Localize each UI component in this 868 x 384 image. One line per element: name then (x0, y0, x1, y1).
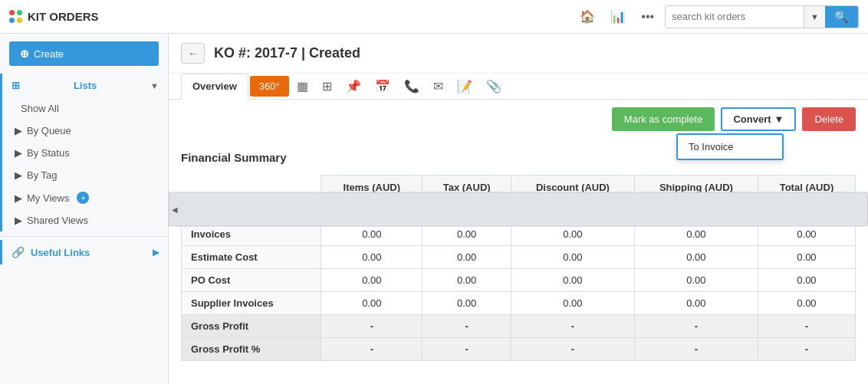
table-row: Supplier Invoices0.000.000.000.000.00 (182, 292, 856, 315)
back-button[interactable]: ← (181, 43, 205, 64)
row-cell: 0.00 (321, 246, 422, 269)
grid-icon: ⊞ (12, 80, 20, 91)
tab-spreadsheet[interactable]: ▦ (291, 74, 314, 98)
tab-overview[interactable]: Overview (181, 74, 248, 100)
convert-button[interactable]: Convert ▼ (721, 107, 796, 131)
row-label: Supplier Invoices (182, 292, 321, 315)
shared-views-label: Shared Views (27, 215, 88, 226)
lists-label: Lists (74, 80, 97, 91)
row-cell: - (511, 315, 634, 338)
row-cell: 0.00 (321, 223, 422, 246)
by-queue-label: By Queue (27, 125, 71, 136)
row-label: Estimate Cost (182, 246, 321, 269)
tab-attachment[interactable]: 📎 (480, 74, 508, 98)
row-cell: 0.00 (758, 223, 855, 246)
table-row: PO Cost0.000.000.000.000.00 (182, 269, 856, 292)
link-icon: 🔗 (12, 246, 25, 258)
row-cell: - (511, 338, 634, 361)
content-area: ← KO #: 2017-7 | Created Overview 360° ▦… (169, 34, 868, 384)
sidebar-item-by-status[interactable]: ▶ By Status (2, 142, 168, 164)
chevron-right-icon-views: ▶ (15, 192, 22, 204)
sidebar-item-by-queue[interactable]: ▶ By Queue (2, 120, 168, 142)
add-view-icon[interactable]: + (77, 192, 89, 204)
row-label: Invoices (182, 223, 321, 246)
chart-button[interactable]: 📊 (606, 6, 630, 27)
search-go-button[interactable]: 🔍 (825, 5, 858, 28)
row-cell: 0.00 (634, 292, 758, 315)
mark-complete-label: Mark as complete (624, 113, 703, 125)
tab-pin[interactable]: 📌 (340, 74, 367, 98)
convert-label: Convert (733, 113, 771, 125)
row-cell: - (758, 338, 855, 361)
more-button[interactable]: ••• (636, 7, 659, 27)
chevron-right-icon-shared: ▶ (15, 215, 22, 226)
row-cell: 0.00 (758, 269, 855, 292)
tab-360[interactable]: 360° (250, 76, 289, 97)
chevron-right-icon-status: ▶ (15, 147, 22, 159)
chevron-down-icon: ▼ (150, 81, 159, 90)
home-button[interactable]: 🏠 (575, 6, 600, 27)
sidebar-item-show-all[interactable]: Show All (2, 97, 168, 120)
row-cell: 0.00 (511, 292, 634, 315)
show-all-label: Show All (21, 103, 59, 114)
sidebar-useful-links[interactable]: 🔗 Useful Links ▶ (0, 240, 168, 264)
sidebar-divider (0, 236, 168, 237)
tabs-bar: Overview 360° ▦ ⊞ 📌 📅 📞 ✉ 📝 📎 (169, 74, 868, 100)
sidebar-lists-header[interactable]: ⊞ Lists ▼ (2, 74, 168, 97)
row-label: PO Cost (182, 269, 321, 292)
delete-label: Delete (814, 113, 843, 125)
sidebar-collapse-handle[interactable]: ◀ (169, 192, 868, 226)
back-icon: ← (188, 48, 198, 59)
row-cell: - (422, 338, 511, 361)
sidebar: ⊕ Create ⊞ Lists ▼ Show All ▶ By Queue ▶… (0, 34, 169, 384)
search-bar: ▼ 🔍 (665, 5, 859, 28)
create-button[interactable]: ⊕ Create (9, 41, 159, 66)
tab-calendar[interactable]: 📅 (369, 74, 396, 98)
row-cell: 0.00 (758, 246, 855, 269)
row-cell: 0.00 (422, 269, 511, 292)
main-layout: ⊕ Create ⊞ Lists ▼ Show All ▶ By Queue ▶… (0, 34, 868, 384)
tab-note[interactable]: 📝 (451, 74, 478, 98)
search-input[interactable] (666, 11, 804, 22)
page-title: KO #: 2017-7 | Created (214, 45, 360, 61)
sidebar-item-by-tag[interactable]: ▶ By Tag (2, 164, 168, 186)
table-row: Gross Profit----- (182, 315, 856, 338)
tab-phone[interactable]: 📞 (398, 74, 426, 98)
row-cell: - (758, 315, 855, 338)
table-row: Invoices0.000.000.000.000.00 (182, 223, 856, 246)
tab-table[interactable]: ⊞ (316, 74, 338, 98)
sidebar-item-shared-views[interactable]: ▶ Shared Views (2, 209, 168, 231)
row-cell: 0.00 (758, 292, 855, 315)
app-name: KIT ORDERS (28, 10, 99, 23)
tab-email[interactable]: ✉ (427, 74, 449, 98)
row-cell: - (634, 338, 758, 361)
row-cell: - (634, 315, 758, 338)
delete-button[interactable]: Delete (802, 107, 856, 131)
convert-chevron-icon: ▼ (774, 113, 784, 125)
row-cell: 0.00 (634, 269, 758, 292)
row-cell: 0.00 (321, 292, 422, 315)
tab-overview-label: Overview (192, 80, 237, 92)
row-cell: 0.00 (511, 246, 634, 269)
table-row: Estimate Cost0.000.000.000.000.00 (182, 246, 856, 269)
table-row: Gross Profit %----- (182, 338, 856, 361)
chevron-right-icon: ▶ (15, 125, 22, 136)
sidebar-lists-section: ⊞ Lists ▼ Show All ▶ By Queue ▶ By Statu… (0, 74, 168, 231)
row-cell: - (321, 315, 422, 338)
mark-complete-button[interactable]: Mark as complete (612, 107, 715, 131)
useful-links-label: Useful Links (31, 247, 90, 258)
row-label: Gross Profit % (182, 338, 321, 361)
logo-icon (9, 10, 23, 24)
action-bar: Mark as complete Convert ▼ Delete To Inv… (169, 100, 868, 139)
row-label: Gross Profit (182, 315, 321, 338)
create-label: Create (34, 48, 64, 60)
row-cell: 0.00 (511, 269, 634, 292)
sidebar-item-my-views[interactable]: ▶ My Views + (2, 186, 168, 209)
convert-to-invoice[interactable]: To Invoice (678, 135, 782, 159)
row-cell: 0.00 (422, 223, 511, 246)
search-dropdown-button[interactable]: ▼ (804, 5, 825, 28)
header-icons: 🏠 📊 ••• (575, 6, 659, 27)
chevron-right-icon-tag: ▶ (15, 169, 22, 181)
to-invoice-label: To Invoice (689, 141, 734, 153)
plus-icon: ⊕ (20, 48, 29, 60)
